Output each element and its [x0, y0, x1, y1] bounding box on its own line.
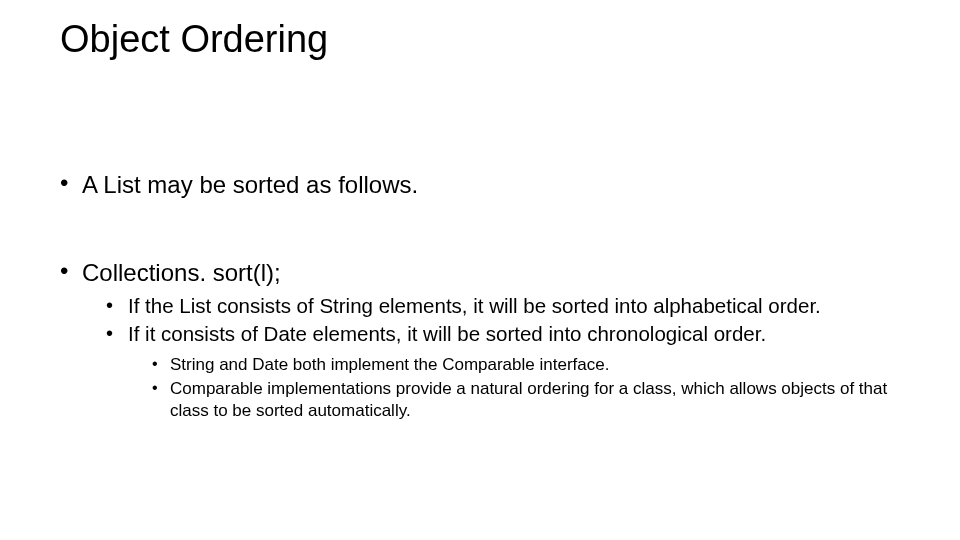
bullet-item-2: Collections. sort(l); If the List consis…: [60, 259, 900, 423]
bullet-subsublist: String and Date both implement the Compa…: [128, 354, 900, 422]
bullet-list: A List may be sorted as follows. Collect…: [60, 171, 900, 423]
bullet-item-2-2: If it consists of Date elements, it will…: [106, 321, 900, 423]
bullet-item-2-1: If the List consists of String elements,…: [106, 293, 900, 319]
bullet-text: A List may be sorted as follows.: [82, 171, 418, 198]
bullet-text: If the List consists of String elements,…: [128, 294, 821, 317]
slide-title: Object Ordering: [60, 18, 900, 61]
bullet-item-2-2-1: String and Date both implement the Compa…: [152, 354, 900, 376]
bullet-text: Comparable implementations provide a nat…: [170, 379, 887, 420]
bullet-sublist: If the List consists of String elements,…: [82, 293, 900, 423]
slide: Object Ordering A List may be sorted as …: [0, 0, 960, 540]
bullet-item-2-2-2: Comparable implementations provide a nat…: [152, 378, 900, 422]
bullet-text: Collections. sort(l);: [82, 259, 281, 286]
bullet-text: String and Date both implement the Compa…: [170, 355, 609, 374]
bullet-text: If it consists of Date elements, it will…: [128, 322, 766, 345]
bullet-item-1: A List may be sorted as follows.: [60, 171, 900, 199]
